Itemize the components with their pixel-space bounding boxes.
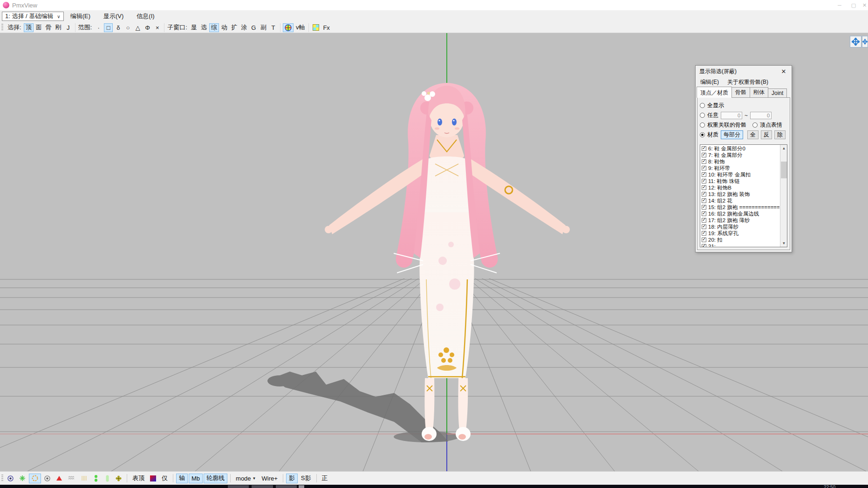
toolbar-button-Fx[interactable]: Fx	[321, 23, 331, 32]
toolbar-grip[interactable]	[1, 24, 3, 31]
hatch-lines-icon[interactable]	[79, 474, 90, 483]
pale-capsule-icon[interactable]	[102, 474, 112, 483]
range-to-field[interactable]	[750, 112, 772, 119]
material-list-scrollbar[interactable]: ▲ ▼	[780, 145, 787, 247]
material-row[interactable]: 7: 鞋 金属部分	[701, 152, 779, 158]
material-row[interactable]: 8: 鞋饰	[701, 158, 779, 165]
material-row[interactable]: 11: 鞋饰 珠链	[701, 178, 779, 184]
material-row[interactable]: 15: 组2 旗袍 =============	[701, 204, 779, 210]
taskbar-item[interactable]	[299, 485, 304, 488]
radio-show-all[interactable]	[700, 103, 705, 108]
checkbox-checked-icon[interactable]	[702, 224, 706, 229]
gradient-square-icon[interactable]	[148, 474, 158, 483]
toolbar-button-面[interactable]: 面	[34, 23, 43, 32]
toolbar-button-×[interactable]: ×	[153, 23, 162, 32]
toolbar-button-刚[interactable]: 刚	[54, 23, 63, 32]
dialog-title-bar[interactable]: 显示筛选(屏蔽) ✕	[696, 66, 792, 77]
green-capsule-pair-icon[interactable]	[91, 474, 101, 483]
toolbar-button-Φ[interactable]: Φ	[143, 23, 152, 32]
axis-sphere-icon[interactable]	[283, 23, 294, 32]
bottom-button-mode[interactable]: mode▼	[233, 474, 258, 483]
taskbar-item[interactable]	[276, 485, 297, 488]
minimize-button[interactable]: ─	[833, 0, 847, 10]
toolbar-button-v軸[interactable]: v軸	[294, 23, 307, 32]
material-row[interactable]: 17: 组2 旗袍 薄纱	[701, 217, 779, 224]
checkbox-checked-icon[interactable]	[702, 172, 706, 177]
toolbar-button-□[interactable]: □	[104, 23, 113, 32]
menu-item-0[interactable]: 编辑(E)	[64, 12, 97, 20]
invert-button[interactable]: 反	[761, 130, 772, 139]
toolbar-button-J[interactable]: J	[64, 23, 73, 32]
toolbar-button-○[interactable]: ○	[123, 23, 132, 32]
radio-weight-bones[interactable]	[700, 122, 705, 128]
dialog-tab-顶点／材质[interactable]: 顶点／材质	[697, 87, 732, 98]
material-row[interactable]: 18: 内层薄纱	[701, 224, 779, 230]
toolbar-button-副[interactable]: 副	[259, 23, 268, 32]
checkbox-checked-icon[interactable]	[702, 166, 706, 170]
green-burst-icon[interactable]	[17, 474, 28, 483]
toolbar-button-T[interactable]: T	[269, 23, 278, 32]
bottom-button-轴[interactable]: 轴	[176, 474, 188, 483]
toolbar-button-△[interactable]: △	[133, 23, 142, 32]
material-row[interactable]: 14: 组2 花	[701, 197, 779, 204]
edit-mode-select[interactable]: 1: 选择 / 基础编辑 ∨	[2, 12, 64, 21]
target-gray-icon[interactable]	[42, 474, 53, 483]
material-row[interactable]: 13: 组2 旗袍 装饰	[701, 191, 779, 197]
bottom-button-仅[interactable]: 仅	[159, 474, 170, 483]
bottom-button-轮廓线[interactable]: 轮廓线	[204, 474, 227, 483]
toolbar-button-涂[interactable]: 涂	[239, 23, 248, 32]
radio-any[interactable]	[700, 113, 705, 118]
select-all-button[interactable]: 全	[747, 130, 759, 139]
checkbox-checked-icon[interactable]	[702, 146, 706, 151]
toolbar-button-顶[interactable]: 顶	[24, 23, 34, 32]
material-row[interactable]: 19: 系线穿孔	[701, 230, 779, 237]
scrollbar-thumb[interactable]	[781, 162, 787, 178]
target-blue-icon[interactable]	[5, 474, 16, 483]
checkbox-checked-icon[interactable]	[702, 211, 706, 216]
checkbox-checked-icon[interactable]	[702, 244, 706, 247]
dialog-menu-weight-bones[interactable]: 关于权重骨骼(B)	[727, 78, 768, 86]
material-row[interactable]: 21:	[701, 243, 779, 247]
bottom-button-表顶[interactable]: 表顶	[130, 474, 147, 483]
dialog-tab-刚体[interactable]: 刚体	[750, 87, 768, 97]
range-from-field[interactable]	[721, 112, 742, 119]
taskbar-item[interactable]	[228, 485, 249, 488]
material-row[interactable]: 6: 鞋 金属部分0	[701, 145, 779, 152]
toolbar-button-G[interactable]: G	[249, 23, 258, 32]
maximize-button[interactable]: ▢	[847, 0, 861, 10]
checkbox-checked-icon[interactable]	[702, 231, 706, 236]
radio-material[interactable]	[700, 132, 705, 137]
toolbar-button-显[interactable]: 显	[190, 23, 198, 32]
toolbar-button-综[interactable]: 综	[209, 23, 219, 32]
toolbar-button-δ[interactable]: δ	[114, 23, 123, 32]
bottom-button-Wire+[interactable]: Wire+	[260, 474, 280, 483]
checkbox-checked-icon[interactable]	[702, 153, 706, 157]
checkbox-checked-icon[interactable]	[702, 159, 706, 164]
material-list[interactable]: 6: 鞋 金属部分07: 鞋 金属部分8: 鞋饰9: 鞋环带10: 鞋环带 金属…	[700, 144, 787, 247]
toolbar-button-·[interactable]: ·	[94, 23, 103, 32]
material-row[interactable]: 10: 鞋环带 金属扣	[701, 171, 779, 178]
checkbox-checked-icon[interactable]	[702, 237, 706, 242]
pan-arrows-icon[interactable]	[862, 36, 868, 47]
bottom-button-Mb[interactable]: Mb	[189, 474, 203, 483]
wave-lines-icon[interactable]	[66, 474, 78, 483]
dialog-close-icon[interactable]: ✕	[779, 68, 788, 75]
toolbar-button-骨[interactable]: 骨	[44, 23, 53, 32]
per-part-button[interactable]: 每部分	[721, 130, 743, 139]
checkbox-checked-icon[interactable]	[702, 218, 706, 223]
taskbar-item[interactable]	[252, 485, 273, 488]
checkbox-checked-icon[interactable]	[702, 205, 706, 210]
dialog-tab-骨骼[interactable]: 骨骼	[731, 87, 750, 97]
olive-flower-icon[interactable]	[113, 474, 124, 483]
checkbox-checked-icon[interactable]	[702, 185, 706, 190]
material-row[interactable]: 9: 鞋环带	[701, 165, 779, 171]
scroll-up-icon[interactable]: ▲	[780, 145, 787, 152]
radio-vertex-morph[interactable]	[752, 122, 758, 128]
material-row[interactable]: 20: 扣	[701, 237, 779, 243]
bottom-button-影[interactable]: 影	[286, 474, 298, 483]
toolbar-button-扩[interactable]: 扩	[230, 23, 239, 32]
dialog-tab-Joint[interactable]: Joint	[768, 88, 787, 97]
bottom-button-S影[interactable]: S影	[299, 474, 314, 483]
material-row[interactable]: 12: 鞋饰B	[701, 184, 779, 191]
pan-arrows-icon[interactable]	[850, 36, 861, 47]
